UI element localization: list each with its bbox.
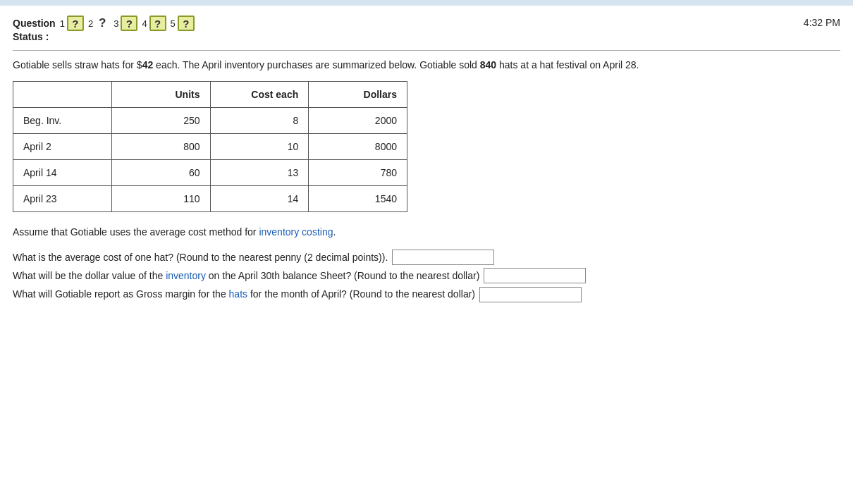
badge-num-1: 1 (60, 18, 65, 29)
badge-num-4: 4 (142, 18, 147, 29)
badge-q-2[interactable]: ? (95, 16, 109, 31)
assume-paragraph: Assume that Gotiable uses the average co… (13, 225, 840, 240)
answer-input-1[interactable] (392, 250, 494, 265)
row-cost-3: 14 (210, 185, 309, 211)
price-value: 42 (142, 59, 154, 70)
row-dollars-0: 2000 (309, 107, 407, 133)
header-row: Question Status : 1 ? 2 ? 3 ? 4 ? (13, 14, 840, 44)
row-label-1: April 2 (13, 133, 112, 159)
question-text-1: What is the average cost of one hat? (Ro… (13, 250, 388, 265)
table-row: Beg. Inv.25082000 (13, 107, 407, 133)
question-line-3: What will Gotiable report as Gross margi… (13, 286, 840, 302)
badge-q-1[interactable]: ? (67, 16, 84, 31)
row-label-2: April 14 (13, 159, 112, 185)
question-text-3: What will Gotiable report as Gross margi… (13, 286, 475, 302)
header-divider (13, 50, 840, 51)
question-text-2: What will be the dollar value of the inv… (13, 268, 479, 283)
row-units-0: 250 (111, 107, 210, 133)
table-row: April 146013780 (13, 159, 407, 185)
badge-q-4[interactable]: ? (149, 16, 166, 31)
badge-q-5[interactable]: ? (178, 16, 195, 31)
col-header-cost: Cost each (210, 81, 309, 107)
col-header-empty (13, 81, 112, 107)
table-row: April 2800108000 (13, 133, 407, 159)
row-cost-1: 10 (210, 133, 309, 159)
intro-text-before-price: Gotiable sells straw hats for $ (13, 59, 142, 70)
badge-num-3: 3 (113, 18, 118, 29)
row-units-3: 110 (111, 185, 210, 211)
hats-sold-value: 840 (480, 59, 496, 70)
question-badges: 1 ? 2 ? 3 ? 4 ? 5 ? (60, 16, 197, 31)
col-header-units: Units (111, 81, 210, 107)
row-units-2: 60 (111, 159, 210, 185)
row-cost-2: 13 (210, 159, 309, 185)
assume-text-static: Assume that Gotiable uses the average co… (13, 226, 336, 238)
question-line-2: What will be the dollar value of the inv… (13, 268, 840, 283)
answer-input-3[interactable] (479, 287, 582, 302)
intro-text-after-hats: hats at a hat festival on April 28. (496, 59, 639, 70)
intro-text-after-price: each. The April inventory purchases are … (153, 59, 480, 70)
row-cost-0: 8 (210, 107, 309, 133)
col-header-dollars: Dollars (309, 81, 407, 107)
row-label-3: April 23 (13, 185, 112, 211)
status-label: Status : (13, 30, 56, 44)
intro-paragraph: Gotiable sells straw hats for $42 each. … (13, 58, 840, 73)
question-status-row: Question Status : 1 ? 2 ? 3 ? 4 ? (13, 14, 197, 44)
questions-section: What is the average cost of one hat? (Ro… (13, 250, 840, 302)
row-dollars-3: 1540 (309, 185, 407, 211)
time-display: 4:32 PM (804, 17, 840, 28)
badge-num-5: 5 (171, 18, 176, 29)
row-dollars-2: 780 (309, 159, 407, 185)
row-units-1: 800 (111, 133, 210, 159)
badge-num-2: 2 (88, 18, 93, 29)
badge-q-3[interactable]: ? (121, 16, 137, 31)
inventory-table: Units Cost each Dollars Beg. Inv.2508200… (13, 81, 407, 212)
question-status-section: Question Status : 1 ? 2 ? 3 ? 4 ? (13, 14, 197, 44)
row-dollars-1: 8000 (309, 133, 407, 159)
table-row: April 23110141540 (13, 185, 407, 211)
row-label-0: Beg. Inv. (13, 107, 112, 133)
answer-input-2[interactable] (484, 268, 586, 283)
question-label: Question (13, 17, 56, 31)
question-line-1: What is the average cost of one hat? (Ro… (13, 250, 840, 265)
qs-label: Question Status : (13, 17, 56, 44)
